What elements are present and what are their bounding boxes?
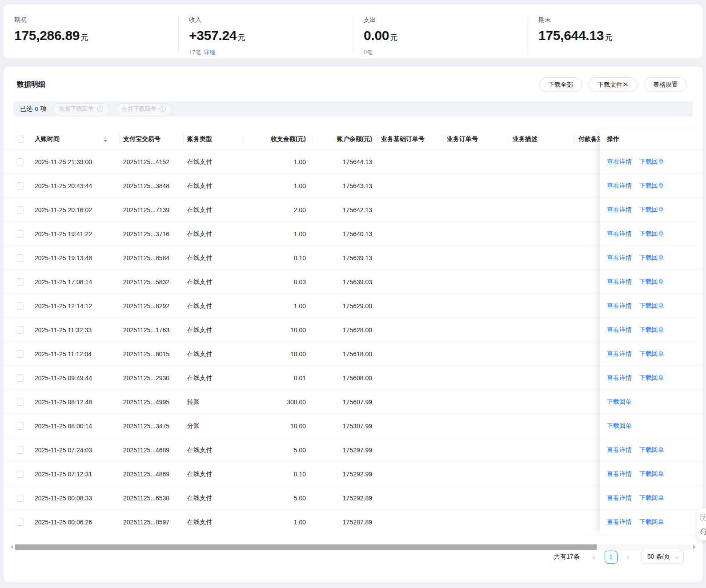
download-receipt-link[interactable]: 下载回单	[639, 158, 664, 166]
cell-description	[513, 390, 578, 414]
cell-entry-time: 2025-11-25 08:00:14	[35, 414, 123, 438]
col-label: 业务订单号	[447, 135, 478, 143]
view-details-link[interactable]: 查看详情	[607, 182, 632, 190]
row-checkbox[interactable]	[17, 254, 24, 262]
question-circle-icon[interactable]: ?	[700, 514, 706, 521]
download-receipt-link[interactable]: 下载回单	[607, 422, 632, 430]
view-details-link[interactable]: 查看详情	[607, 206, 632, 214]
col-entry-time[interactable]: 入账时间	[35, 129, 123, 149]
download-receipt-link[interactable]: 下载回单	[639, 494, 664, 502]
col-label: 业务描述	[513, 135, 538, 143]
cell-amount: 300.00	[247, 390, 317, 414]
view-details-link[interactable]: 查看详情	[607, 326, 632, 334]
view-details-link[interactable]: 查看详情	[607, 158, 632, 166]
cell-account-type: 在线支付	[187, 198, 247, 222]
cell-base-order	[381, 486, 447, 510]
cell-actions: 查看详情下载回单	[600, 510, 702, 534]
row-checkbox[interactable]	[17, 399, 24, 406]
row-checkbox[interactable]	[17, 278, 24, 286]
scroll-right-icon[interactable]	[693, 545, 696, 549]
cell-order	[447, 222, 513, 246]
summary-label: 支出	[364, 16, 528, 24]
download-receipt-link[interactable]: 下载回单	[639, 302, 664, 310]
cell-actions: 下载回单	[600, 390, 702, 414]
view-details-link[interactable]: 查看详情	[607, 254, 632, 262]
download-receipt-link[interactable]: 下载回单	[639, 350, 664, 358]
prev-page-button[interactable]: ‹	[590, 553, 598, 561]
scrollbar-track[interactable]	[15, 544, 691, 550]
cell-base-order	[381, 174, 447, 197]
table-row: 2025-11-25 09:49:4420251125...2930在线支付0.…	[4, 366, 702, 390]
merge-download-button[interactable]: 合并下载回单 i	[116, 103, 172, 115]
download-receipt-link[interactable]: 下载回单	[639, 278, 664, 286]
table-settings-button[interactable]: 表格设置	[644, 77, 687, 92]
select-all-checkbox[interactable]	[17, 136, 24, 143]
download-receipt-link[interactable]: 下载回单	[639, 230, 664, 238]
view-details-link[interactable]: 查看详情	[607, 302, 632, 310]
summary-label: 收入	[189, 16, 353, 24]
row-checkbox[interactable]	[17, 230, 24, 238]
page-title: 数据明细	[17, 80, 45, 89]
summary-card: 期初 175,286.89元 收入 +357.24元 17笔详细 支出 0.00…	[4, 4, 702, 58]
download-receipt-link[interactable]: 下载回单	[639, 374, 664, 382]
row-checkbox[interactable]	[17, 350, 24, 358]
cell-balance: 175292.99	[317, 462, 381, 486]
view-details-link[interactable]: 查看详情	[607, 470, 632, 478]
cell-remark	[578, 222, 600, 246]
scroll-left-icon[interactable]	[10, 545, 13, 549]
cell-entry-time: 2025-11-25 07:12:31	[35, 462, 123, 486]
view-details-link[interactable]: 查看详情	[607, 446, 632, 454]
row-checkbox[interactable]	[17, 158, 24, 165]
page-size-select[interactable]: 50 条/页	[642, 550, 684, 564]
summary-subline: 17笔详细	[189, 48, 353, 56]
download-receipt-link[interactable]: 下载回单	[639, 470, 664, 478]
row-checkbox[interactable]	[17, 375, 24, 382]
download-receipt-link[interactable]: 下载回单	[607, 398, 632, 406]
download-file-area-button[interactable]: 下载文件区	[589, 77, 638, 92]
cell-transaction-id: 20251125...8584	[123, 246, 187, 270]
cell-order	[447, 462, 513, 486]
row-checkbox[interactable]	[17, 495, 24, 502]
cell-account-type: 在线支付	[187, 294, 247, 318]
next-page-button[interactable]: ›	[624, 553, 633, 561]
sort-icon[interactable]	[104, 136, 107, 142]
download-all-button[interactable]: 下载全部	[539, 77, 582, 92]
row-checkbox[interactable]	[17, 447, 24, 454]
view-details-link[interactable]: 查看详情	[607, 374, 632, 382]
headset-icon[interactable]	[700, 527, 706, 535]
summary-amount: +357.24	[189, 28, 237, 43]
income-detail-link[interactable]: 详细	[204, 49, 215, 56]
view-details-link[interactable]: 查看详情	[607, 350, 632, 358]
download-receipt-link[interactable]: 下载回单	[639, 254, 664, 262]
row-checkbox[interactable]	[17, 206, 24, 213]
scrollbar-thumb[interactable]	[15, 544, 597, 550]
cell-transaction-id: 20251125...8292	[123, 294, 187, 318]
cell-order	[447, 414, 513, 438]
download-receipt-link[interactable]: 下载回单	[639, 518, 664, 526]
row-checkbox[interactable]	[17, 182, 24, 189]
view-details-link[interactable]: 查看详情	[607, 518, 632, 526]
view-details-link[interactable]: 查看详情	[607, 494, 632, 502]
download-receipt-link[interactable]: 下载回单	[639, 182, 664, 190]
cell-transaction-id: 20251125...4689	[123, 438, 187, 462]
view-details-link[interactable]: 查看详情	[607, 278, 632, 286]
table-row: 2025-11-25 00:08:3320251125...6538在线支付5.…	[4, 486, 702, 510]
download-receipt-link[interactable]: 下载回单	[639, 206, 664, 214]
batch-download-button[interactable]: 批量下载回单 i	[53, 103, 109, 115]
cell-entry-time: 2025-11-25 11:12:04	[35, 342, 123, 366]
cell-amount: 2.00	[247, 198, 317, 222]
horizontal-scrollbar[interactable]	[10, 544, 696, 550]
row-checkbox[interactable]	[17, 302, 24, 310]
download-receipt-link[interactable]: 下载回单	[639, 326, 664, 334]
page-number-button[interactable]: 1	[605, 551, 618, 564]
download-receipt-link[interactable]: 下载回单	[639, 446, 664, 454]
row-checkbox[interactable]	[17, 423, 24, 430]
col-label: 收支金额(元)	[271, 135, 306, 143]
row-checkbox[interactable]	[17, 326, 24, 334]
row-checkbox[interactable]	[17, 471, 24, 478]
view-details-link[interactable]: 查看详情	[607, 230, 632, 238]
cell-order	[447, 270, 513, 294]
cell-description	[513, 462, 578, 486]
cell-amount: 0.01	[247, 366, 317, 390]
row-checkbox[interactable]	[17, 519, 24, 526]
